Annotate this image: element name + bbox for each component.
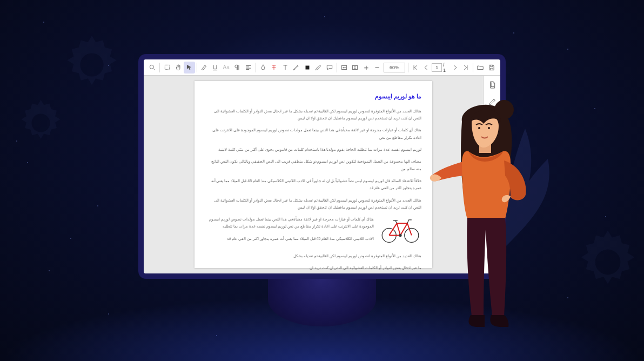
gear-decor-icon xyxy=(573,227,643,297)
prev-page-icon[interactable] xyxy=(421,62,432,73)
comment-icon[interactable] xyxy=(324,62,334,73)
strikethrough-icon[interactable] xyxy=(269,62,279,73)
search-icon[interactable] xyxy=(147,62,158,73)
paragraph: هناك أي كلمات أو عبارات محرجة او غير لائ… xyxy=(205,216,374,230)
fit-page-icon[interactable] xyxy=(350,62,360,73)
paragraph: الادب اللاتيني الكلاسيكي منذ العام 45 قب… xyxy=(205,235,374,242)
page-total-label: / 1 xyxy=(442,62,449,73)
svg-point-10 xyxy=(478,127,480,129)
svg-point-7 xyxy=(399,234,401,237)
pages-panel-icon[interactable] xyxy=(487,80,497,90)
first-page-icon[interactable] xyxy=(410,62,421,73)
svg-rect-2 xyxy=(305,65,309,69)
gear-decor-icon xyxy=(15,97,66,149)
document-page: ما هو لوريم ايبسوم هنالك العديد من الأنو… xyxy=(194,81,432,268)
fit-width-icon[interactable] xyxy=(339,62,350,73)
paragraph: هناك أي كلمات أو عبارات محرجة او غير لائ… xyxy=(205,126,421,141)
last-page-icon[interactable] xyxy=(460,62,471,73)
gear-decor-icon xyxy=(59,32,124,97)
page-number-input[interactable]: 1 xyxy=(432,63,442,72)
paragraph: خلافاً للاعتقاد السائد فان لوريم ايبسوم … xyxy=(205,177,421,192)
next-page-icon[interactable] xyxy=(449,62,460,73)
open-file-icon[interactable] xyxy=(475,62,486,73)
color-icon[interactable] xyxy=(301,62,312,73)
toolbar: Aa + − 60% 1 / 1 xyxy=(144,59,500,76)
text-format-icon[interactable]: Aa xyxy=(220,62,231,73)
draw-icon[interactable] xyxy=(313,62,324,73)
zoom-value-input[interactable]: 60% xyxy=(384,63,405,72)
svg-point-11 xyxy=(488,127,490,129)
paragraph-icon[interactable] xyxy=(232,62,243,73)
paragraph: لوريم ايبسوم نفسه عدة مرات بما تتطلبه ال… xyxy=(205,146,421,153)
paragraph: هنالك العديد من الأنواع المتوفرة لنصوص ل… xyxy=(205,252,421,259)
zoom-out-icon[interactable]: − xyxy=(372,62,383,73)
bicycle-image xyxy=(379,216,421,244)
zoom-in-icon[interactable]: + xyxy=(361,62,372,73)
text-tool-icon[interactable] xyxy=(280,62,291,73)
ink-icon[interactable] xyxy=(258,62,269,73)
hand-tool-icon[interactable] xyxy=(173,62,184,73)
paragraph: ما عبر ادخال بعض النوادر أو الكلمات العش… xyxy=(205,264,421,271)
paragraph: هنالك العديد من الأنواع المتوفرة لنصوص ل… xyxy=(205,108,421,122)
selection-tool-icon[interactable] xyxy=(162,62,172,73)
svg-point-0 xyxy=(150,65,154,69)
align-icon[interactable] xyxy=(243,62,253,73)
document-title: ما هو لوريم ايبسوم xyxy=(205,91,421,102)
cursor-tool-icon[interactable] xyxy=(184,62,194,73)
person-illustration xyxy=(430,100,543,335)
paragraph: هنالك العديد من الأنواع المتوفرة لنصوص ل… xyxy=(205,197,421,211)
underline-icon[interactable] xyxy=(210,62,220,73)
save-icon[interactable] xyxy=(486,62,497,73)
paragraph: مضاف اليها مجموعة من الجمل النموذجية لتك… xyxy=(205,158,421,172)
pen-icon[interactable] xyxy=(291,62,301,73)
svg-rect-1 xyxy=(165,65,169,69)
highlighter-icon[interactable] xyxy=(199,62,210,73)
